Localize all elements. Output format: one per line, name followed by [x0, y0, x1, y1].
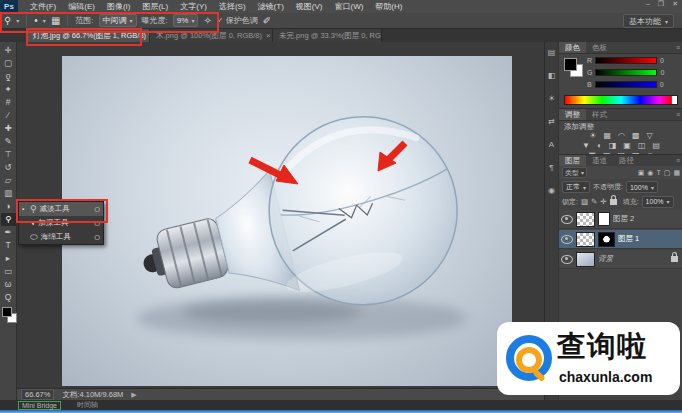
visibility-eye-icon[interactable] — [561, 255, 573, 264]
layer-row-selected[interactable]: 图层 1 — [559, 230, 682, 249]
eyedropper-tool-icon[interactable]: ∕ — [1, 109, 16, 122]
document-tab[interactable]: 未完.png @ 33.3%(图层 0, RGB/8) × — [273, 29, 382, 42]
collapsed-panel-icon[interactable]: ⇄ — [548, 117, 555, 126]
opacity-select[interactable]: 100% ▾ — [626, 181, 658, 193]
panel-menu-icon[interactable]: ≡ — [676, 111, 680, 118]
flyout-item-dodge[interactable]: ▪ ⚲ 减淡工具 O — [19, 202, 103, 216]
layer-name[interactable]: 图层 2 — [613, 214, 681, 224]
type-tool-icon[interactable]: T — [1, 239, 16, 252]
crop-tool-icon[interactable]: # — [1, 96, 16, 109]
foreground-color-swatch[interactable] — [564, 58, 577, 71]
collapsed-panel-icon[interactable]: ◧ — [548, 71, 556, 80]
blue-slider-bar[interactable] — [595, 81, 657, 88]
menu-help[interactable]: 帮助(H) — [369, 2, 408, 11]
adjustment-icon[interactable]: ☀ — [589, 131, 596, 140]
menu-view[interactable]: 视图(V) — [290, 2, 329, 11]
workspace-switcher-button[interactable]: 基本功能 ▾ — [623, 14, 674, 28]
red-channel-slider[interactable]: R 0 — [587, 56, 664, 64]
menu-window[interactable]: 窗口(W) — [328, 2, 369, 11]
gradient-tool-icon[interactable]: ▥ — [1, 187, 16, 200]
layer-name[interactable]: 图层 1 — [618, 234, 681, 244]
close-tab-icon[interactable]: × — [266, 31, 271, 40]
protect-tones-checkbox[interactable]: ✓ 保护色调 — [217, 15, 258, 26]
green-slider-bar[interactable] — [595, 69, 657, 76]
tool-preset-caret-icon[interactable]: ▾ — [16, 17, 19, 24]
collapsed-panel-icon[interactable]: ▤ — [548, 48, 556, 57]
tab-layers[interactable]: 图层 — [559, 155, 586, 166]
brush-panel-toggle-icon[interactable]: ▦ — [51, 16, 60, 26]
layer-filter-select[interactable]: 类型 ▾ — [562, 167, 587, 178]
tab-color[interactable]: 颜色 — [559, 42, 586, 53]
tab-paths[interactable]: 路径 — [613, 155, 640, 166]
layer-mask-thumbnail[interactable] — [598, 232, 615, 247]
menu-image[interactable]: 图像(I) — [101, 2, 137, 11]
lock-all-icon[interactable] — [610, 199, 617, 205]
menu-filter[interactable]: 滤镜(T) — [252, 2, 290, 11]
menu-type[interactable]: 文字(Y) — [174, 2, 213, 11]
menu-file[interactable]: 文件(F) — [24, 2, 62, 11]
history-brush-tool-icon[interactable]: ↺ — [1, 161, 16, 174]
airbrush-toggle-icon[interactable]: ✧ — [203, 16, 211, 26]
red-slider-bar[interactable] — [595, 57, 657, 64]
quick-selection-tool-icon[interactable]: ✦ — [1, 83, 16, 96]
adjustment-icon[interactable]: ▦ — [603, 131, 611, 140]
filter-pixel-layers-icon[interactable]: ▣ — [638, 169, 645, 177]
collapsed-panel-icon[interactable]: ☀ — [548, 94, 555, 103]
pen-tool-icon[interactable]: ✒ — [1, 226, 16, 239]
adjustment-icon[interactable]: ▣ — [623, 141, 631, 150]
document-canvas[interactable] — [62, 56, 512, 386]
lock-move-icon[interactable]: ✛ — [600, 197, 606, 206]
visibility-eye-icon[interactable] — [561, 215, 573, 224]
lock-paint-icon[interactable]: ✎ — [591, 197, 597, 206]
layer-name[interactable]: 背景 — [598, 254, 668, 264]
tab-mini-bridge[interactable]: Mini Bridge — [18, 401, 61, 410]
color-spectrum-ramp[interactable] — [564, 95, 678, 105]
healing-brush-tool-icon[interactable]: ✚ — [1, 122, 16, 135]
blur-tool-icon[interactable]: ◑ — [1, 200, 16, 213]
collapsed-panel-icon[interactable]: ¶ — [549, 163, 553, 172]
blue-channel-slider[interactable]: B 0 — [587, 80, 664, 88]
visibility-eye-icon[interactable] — [561, 235, 573, 244]
fill-select[interactable]: 100% ▾ — [642, 196, 674, 208]
document-tab-active[interactable]: 灯泡.jpg @ 66.7%(图层 1, RGB/8) * × — [27, 29, 150, 42]
tab-styles[interactable]: 样式 — [586, 109, 613, 120]
dodge-tool-icon[interactable]: ⚲ — [1, 213, 16, 226]
range-select[interactable]: 中间调 ▾ — [99, 14, 137, 27]
adjustment-icon[interactable]: ▼ — [582, 141, 590, 150]
filter-type-layers-icon[interactable]: T — [656, 169, 660, 177]
shape-tool-icon[interactable]: ▭ — [1, 265, 16, 278]
adjustment-icon[interactable]: ▩ — [632, 131, 640, 140]
layer-thumbnail[interactable] — [576, 252, 595, 267]
pressure-size-toggle-icon[interactable]: ✐ — [263, 16, 271, 26]
tab-swatches[interactable]: 色板 — [586, 42, 613, 53]
adjustment-icon[interactable]: ▽ — [647, 131, 653, 140]
collapsed-panel-icon[interactable]: A — [549, 140, 554, 149]
dodge-tool-preset-icon[interactable]: ⚲ — [4, 16, 11, 26]
clone-stamp-tool-icon[interactable]: ⊤ — [1, 148, 16, 161]
color-swatches[interactable] — [0, 306, 17, 324]
close-button[interactable]: ✕ — [672, 0, 678, 8]
foreground-color-swatch[interactable] — [2, 307, 12, 317]
adjustment-icon[interactable]: ◐ — [597, 141, 602, 150]
restore-button[interactable]: ❐ — [658, 0, 664, 8]
background-layer-row[interactable]: 背景 — [559, 250, 682, 269]
hand-tool-icon[interactable]: ω — [1, 278, 16, 291]
filter-shape-layers-icon[interactable]: ▢ — [664, 169, 671, 177]
menu-layer[interactable]: 图层(L) — [136, 2, 174, 11]
blend-mode-select[interactable]: 正常 ▾ — [562, 181, 590, 193]
panel-menu-icon[interactable]: ≡ — [676, 44, 680, 51]
layer-row[interactable]: 图层 2 — [559, 210, 682, 229]
collapsed-panel-icon[interactable]: ◉ — [548, 186, 555, 195]
layer-thumbnail[interactable] — [576, 232, 595, 247]
lock-transparency-icon[interactable]: ▨ — [581, 197, 588, 206]
flyout-item-burn[interactable]: ◖ 加深工具 O — [19, 216, 103, 230]
menu-select[interactable]: 选择(S) — [213, 2, 252, 11]
green-channel-slider[interactable]: G 0 — [587, 68, 664, 76]
adjustment-icon[interactable]: ◫ — [638, 141, 646, 150]
menu-edit[interactable]: 编辑(E) — [62, 2, 101, 11]
path-selection-tool-icon[interactable]: ▸ — [1, 252, 16, 265]
adjustment-icon[interactable]: ◠ — [618, 131, 625, 140]
adjustment-icon[interactable]: ▤ — [652, 141, 660, 150]
marquee-tool-icon[interactable]: ▢ — [1, 57, 16, 70]
layer-mask-thumbnail[interactable] — [598, 212, 610, 226]
